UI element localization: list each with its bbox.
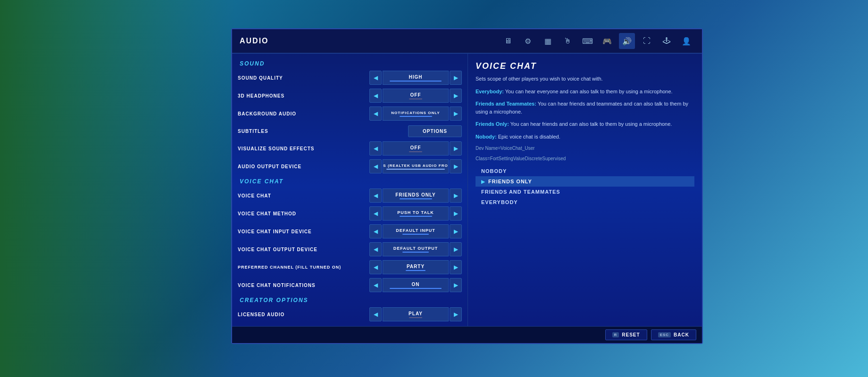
voice-method-prev[interactable]: ◀ bbox=[369, 206, 382, 221]
voice-notifications-control: ◀ ON ▶ bbox=[369, 278, 462, 292]
voice-chat-section-header: VOICE CHAT bbox=[232, 175, 467, 187]
dropdown-friends-teammates-label: FRIENDS AND TEAMMATES bbox=[481, 189, 560, 195]
headphones-label: 3D HEADPHONES bbox=[238, 93, 369, 98]
info-desc-text: Sets scope of other players you wish to … bbox=[476, 76, 603, 82]
gamepad-nav-icon[interactable]: 🕹 bbox=[659, 33, 675, 49]
sound-quality-next[interactable]: ▶ bbox=[450, 71, 462, 85]
voice-notifications-prev[interactable]: ◀ bbox=[369, 278, 382, 292]
subtitles-row: SUBTITLES OPTIONS bbox=[232, 123, 467, 139]
licensed-audio-label: LICENSED AUDIO bbox=[238, 312, 369, 317]
sound-section-header: SOUND bbox=[232, 57, 467, 69]
info-panel: VOICE CHAT Sets scope of other players y… bbox=[468, 54, 702, 326]
licensed-audio-prev[interactable]: ◀ bbox=[369, 307, 382, 321]
preferred-channel-prev[interactable]: ◀ bbox=[369, 260, 382, 274]
visualize-prev[interactable]: ◀ bbox=[369, 141, 382, 156]
creator-section-header: CREATOR OPTIONS bbox=[232, 294, 467, 305]
headphones-value: OFF bbox=[383, 89, 449, 103]
audio-nav-icon[interactable]: 🔊 bbox=[619, 33, 635, 49]
visualize-control: ◀ OFF ▶ bbox=[369, 141, 462, 156]
headphones-next[interactable]: ▶ bbox=[450, 89, 462, 103]
voice-method-next[interactable]: ▶ bbox=[450, 206, 462, 221]
audio-output-control: ◀ S (REALTEK USB AUDIO FRO ▶ bbox=[369, 159, 462, 173]
background-audio-next[interactable]: ▶ bbox=[450, 107, 462, 121]
dropdown-nobody[interactable]: NOBODY bbox=[476, 166, 694, 176]
nobody-desc: Nobody: Epic voice chat is disabled. bbox=[476, 133, 694, 141]
friends-only-label: Friends Only: bbox=[476, 121, 509, 127]
voice-output-label: VOICE CHAT OUTPUT DEVICE bbox=[238, 247, 369, 252]
voice-method-value: PUSH TO TALK bbox=[383, 206, 449, 221]
back-label: BACK bbox=[674, 332, 689, 337]
everybody-label: Everybody: bbox=[476, 89, 504, 94]
voice-method-control: ◀ PUSH TO TALK ▶ bbox=[369, 206, 462, 221]
voice-input-prev[interactable]: ◀ bbox=[369, 224, 382, 238]
display-nav-icon[interactable]: ▦ bbox=[540, 33, 556, 49]
background-audio-bar bbox=[400, 116, 432, 117]
voice-input-value: DEFAULT INPUT bbox=[383, 224, 449, 238]
visualize-row: VISUALIZE SOUND EFFECTS ◀ OFF ▶ bbox=[232, 139, 467, 157]
reset-button[interactable]: R RESET bbox=[605, 329, 647, 340]
everybody-desc: Everybody: You can hear everyone and can… bbox=[476, 88, 694, 96]
sound-quality-label: SOUND QUALITY bbox=[238, 75, 369, 81]
headphones-prev[interactable]: ◀ bbox=[369, 89, 382, 103]
network-nav-icon[interactable]: ⛶ bbox=[639, 33, 655, 49]
preferred-channel-label: PREFERRED CHANNEL (FILL TURNED ON) bbox=[238, 265, 369, 270]
voice-input-row: VOICE CHAT INPUT DEVICE ◀ DEFAULT INPUT … bbox=[232, 222, 467, 240]
sound-quality-prev[interactable]: ◀ bbox=[369, 71, 382, 85]
headphones-control: ◀ OFF ▶ bbox=[369, 89, 462, 103]
voice-input-next[interactable]: ▶ bbox=[450, 224, 462, 238]
voice-input-bar bbox=[402, 234, 428, 235]
preferred-channel-bar bbox=[406, 270, 425, 271]
info-description: Sets scope of other players you wish to … bbox=[476, 75, 694, 83]
voice-chat-label: VOICE CHAT bbox=[238, 193, 369, 198]
controller-nav-icon[interactable]: 🎮 bbox=[599, 33, 615, 49]
dropdown-nobody-label: NOBODY bbox=[481, 168, 507, 174]
licensed-audio-row: LICENSED AUDIO ◀ PLAY ▶ bbox=[232, 305, 467, 323]
dropdown-friends-only-label: FRIENDS ONLY bbox=[488, 179, 532, 184]
friends-only-desc: Friends Only: You can hear friends and c… bbox=[476, 120, 694, 128]
voice-notifications-next[interactable]: ▶ bbox=[450, 278, 462, 292]
licensed-audio-value: PLAY bbox=[383, 307, 449, 321]
monitor-nav-icon[interactable]: 🖥 bbox=[500, 33, 516, 49]
keyboard-nav-icon[interactable]: ⌨ bbox=[579, 33, 595, 49]
voice-output-next[interactable]: ▶ bbox=[450, 242, 462, 256]
voice-output-prev[interactable]: ◀ bbox=[369, 242, 382, 256]
content-area: SOUND SOUND QUALITY ◀ HIGH ▶ 3D HEADPHON… bbox=[232, 54, 702, 326]
background-audio-prev[interactable]: ◀ bbox=[369, 107, 382, 121]
headphones-row: 3D HEADPHONES ◀ OFF ▶ bbox=[232, 87, 467, 105]
sound-quality-row: SOUND QUALITY ◀ HIGH ▶ bbox=[232, 69, 467, 87]
dropdown-friends-teammates[interactable]: FRIENDS AND TEAMMATES bbox=[476, 187, 694, 197]
licensed-audio-bar bbox=[409, 317, 422, 318]
audio-output-label: AUDIO OUTPUT DEVICE bbox=[238, 164, 369, 169]
voice-notifications-row: VOICE CHAT NOTIFICATIONS ◀ ON ▶ bbox=[232, 276, 467, 294]
dropdown-friends-only[interactable]: ▶ FRIENDS ONLY bbox=[476, 176, 694, 187]
audio-output-next[interactable]: ▶ bbox=[450, 159, 462, 173]
nav-bar: AUDIO 🖥 ⚙ ▦ 🖱 ⌨ 🎮 🔊 ⛶ 🕹 👤 bbox=[232, 29, 702, 54]
friends-teammates-label: Friends and Teammates: bbox=[476, 101, 536, 107]
dev-class: Class=FortSettingValueDiscreteSupervised bbox=[476, 156, 694, 162]
dev-name: Dev Name=VoiceChat_User bbox=[476, 145, 694, 152]
audio-output-bar bbox=[386, 169, 445, 170]
background-audio-row: BACKGROUND AUDIO ◀ NOTIFICATIONS ONLY ▶ bbox=[232, 105, 467, 123]
settings-panel: SOUND SOUND QUALITY ◀ HIGH ▶ 3D HEADPHON… bbox=[232, 54, 468, 326]
background-audio-control: ◀ NOTIFICATIONS ONLY ▶ bbox=[369, 107, 462, 121]
voice-chat-row: VOICE CHAT ◀ FRIENDS ONLY ▶ bbox=[232, 187, 467, 205]
voice-chat-value: FRIENDS ONLY bbox=[383, 188, 449, 203]
preferred-channel-control: ◀ PARTY ▶ bbox=[369, 260, 462, 274]
page-title: AUDIO bbox=[240, 37, 269, 45]
preferred-channel-next[interactable]: ▶ bbox=[450, 260, 462, 274]
background-audio-value: NOTIFICATIONS ONLY bbox=[383, 107, 449, 121]
subtitles-options-btn[interactable]: OPTIONS bbox=[408, 125, 462, 137]
visualize-next[interactable]: ▶ bbox=[450, 141, 462, 156]
licensed-audio-next[interactable]: ▶ bbox=[450, 307, 462, 321]
voice-method-bar bbox=[400, 216, 432, 217]
back-button[interactable]: ESC BACK bbox=[651, 329, 696, 340]
gear-nav-icon[interactable]: ⚙ bbox=[520, 33, 536, 49]
voice-chat-next[interactable]: ▶ bbox=[450, 188, 462, 203]
dropdown-everybody[interactable]: EVERYBODY bbox=[476, 197, 694, 207]
preferred-channel-row: PREFERRED CHANNEL (FILL TURNED ON) ◀ PAR… bbox=[232, 258, 467, 276]
sound-quality-value: HIGH bbox=[383, 71, 449, 85]
profile-nav-icon[interactable]: 👤 bbox=[678, 33, 694, 49]
voice-chat-prev[interactable]: ◀ bbox=[369, 188, 382, 203]
audio-output-prev[interactable]: ◀ bbox=[369, 159, 382, 173]
mouse-nav-icon[interactable]: 🖱 bbox=[559, 33, 576, 49]
